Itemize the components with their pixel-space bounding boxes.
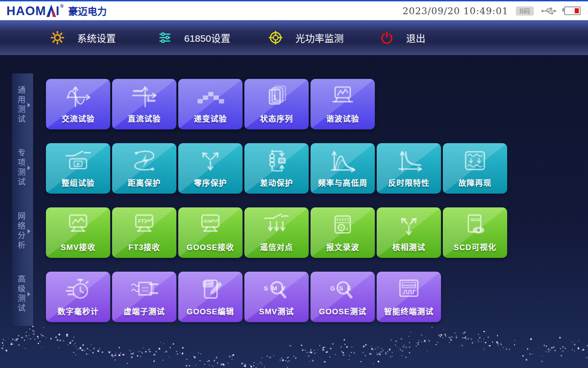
particle-dot (506, 349, 507, 351)
particle-dot (551, 347, 553, 348)
menu-item-system-settings[interactable]: 系统设置 (51, 20, 116, 55)
particle-dot (463, 332, 465, 334)
tile-smv-test[interactable]: SMV SMV测试 (244, 272, 309, 322)
sidebar-tab-general-test[interactable]: 通用测试 (15, 86, 30, 124)
particle-dot (424, 340, 425, 340)
tile-digital-millisecond-meter[interactable]: 数字毫秒计 (46, 272, 110, 322)
sidebar-tab-advanced-test[interactable]: 高级测试 (15, 275, 30, 313)
particle-dot (287, 361, 288, 362)
tile-distance-protection[interactable]: 距离保护 (112, 143, 176, 194)
sidebar-tab-special-test[interactable]: 专项测试 (15, 149, 30, 187)
sidebar-tab-network-analysis[interactable]: 网络分析 (15, 212, 30, 251)
particle-dot (119, 354, 120, 356)
tile-virtual-terminal-test[interactable]: 虚端子测试 (112, 272, 176, 322)
status-area: 2023/09/20 10:49:01 B码 (402, 6, 588, 17)
particle-dot (483, 339, 485, 340)
tile-state-sequence[interactable]: 1 状态序列 (244, 79, 309, 129)
category-sidebar: 通用测试 专项测试 网络分析 高级测试 (12, 73, 33, 326)
tile-harmonic-test[interactable]: 谐波试验 (311, 79, 375, 129)
particle-dot (137, 355, 138, 357)
particle-dot (358, 361, 359, 362)
particle-dot (450, 339, 451, 340)
particle-dot (260, 362, 261, 363)
tile-goose-edit[interactable]: GSE GOOSE编辑 (178, 272, 243, 322)
particle-dot (258, 364, 259, 365)
particle-dot (421, 334, 423, 336)
particle-dot (220, 363, 222, 365)
tile-smv-receive[interactable]: SMV接收 (46, 207, 110, 258)
particle-dot (324, 361, 325, 362)
menu-item-exit[interactable]: 退出 (380, 20, 425, 55)
particle-dot (244, 365, 246, 367)
particle-dot (3, 345, 4, 346)
svg-text:1: 1 (273, 94, 277, 101)
particle-dot (217, 362, 218, 364)
particle-dot (375, 348, 376, 350)
particle-dot (198, 352, 199, 353)
tile-goose-test[interactable]: GSE GOOSE测试 (311, 272, 375, 322)
particle-dot (208, 360, 210, 362)
tile-goose-receive[interactable]: GSE GOOSE接收 (178, 207, 243, 258)
power-icon (380, 31, 393, 44)
menu-item-optical-power[interactable]: 光功率监测 (269, 20, 344, 55)
sidebar-tab-label: 网络分析 (15, 212, 27, 251)
menu-item-61850-settings[interactable]: 61850设置 (158, 20, 230, 55)
tile-ac-test[interactable]: 交流试验 (46, 79, 110, 129)
particle-dot (55, 336, 57, 338)
tile-smart-terminal-test[interactable]: 0101010101 智能终端测试 (377, 272, 441, 322)
particle-dot (389, 348, 390, 350)
tile-ramp-test[interactable]: 递变试验 (178, 79, 243, 129)
particle-dot (122, 354, 123, 355)
tile-label: 谐波试验 (311, 112, 375, 124)
particle-dot (379, 352, 380, 354)
particle-dot (100, 348, 101, 349)
battery-icon (564, 6, 581, 15)
particle-dot (11, 342, 12, 343)
particle-dot (42, 335, 44, 336)
ac-test-icon (59, 84, 97, 110)
tile-dc-test[interactable]: 直流试验 (112, 79, 176, 129)
svg-text:FT3: FT3 (138, 218, 147, 224)
tile-message-record[interactable]: 报文录波 (311, 207, 375, 258)
particle-dot (58, 334, 60, 335)
particle-dot (38, 343, 39, 344)
particle-dot (88, 354, 89, 355)
tile-ft3-receive[interactable]: FT3 FT3接收 (112, 207, 176, 258)
tile-inverse-time-characteristic[interactable]: 反时限特性 (377, 143, 441, 194)
particle-dot (141, 351, 141, 352)
particle-dot (75, 346, 77, 347)
tile-scd-visualization[interactable]: SCD SCD可视化 (443, 207, 507, 258)
tile-row-special-test: P 整组试验 距离保护 零序保护 (46, 143, 507, 194)
particle-dot (424, 340, 426, 342)
particle-dot (522, 355, 524, 357)
particle-dot (165, 351, 167, 353)
particle-dot (153, 354, 155, 356)
tile-group-test[interactable]: P 整组试验 (46, 143, 110, 194)
particle-dot (250, 366, 252, 368)
particle-dot (73, 352, 74, 353)
particle-dot (574, 344, 576, 346)
tile-differential-protection[interactable]: 差动保护 (244, 143, 309, 194)
particle-dot (327, 351, 328, 352)
particle-dot (155, 351, 157, 352)
group-test-icon: P (59, 148, 97, 174)
tile-phase-check-test[interactable]: 核相测试 (377, 207, 441, 258)
tile-fault-replay[interactable]: 故障再现 (443, 143, 507, 194)
particle-dot (82, 344, 84, 346)
message-record-icon (323, 212, 362, 239)
tile-frequency-test[interactable]: 频率与高低周 (311, 143, 375, 194)
particle-dot (293, 356, 294, 357)
particle-dot (199, 360, 201, 362)
tile-zero-sequence-protection[interactable]: 零序保护 (178, 143, 243, 194)
particle-dot (365, 344, 367, 346)
particle-dot (138, 351, 140, 352)
particle-dot (572, 349, 573, 350)
particle-dot (77, 349, 78, 350)
tile-label: 故障再现 (443, 177, 507, 188)
particle-dot (401, 355, 402, 356)
tile-remote-signal-check[interactable]: 遥信对点 (244, 207, 309, 258)
particle-dot (312, 360, 314, 362)
svg-text:GSE: GSE (330, 285, 356, 292)
particle-wave-decoration (0, 315, 588, 368)
ramp-test-icon (191, 84, 230, 110)
